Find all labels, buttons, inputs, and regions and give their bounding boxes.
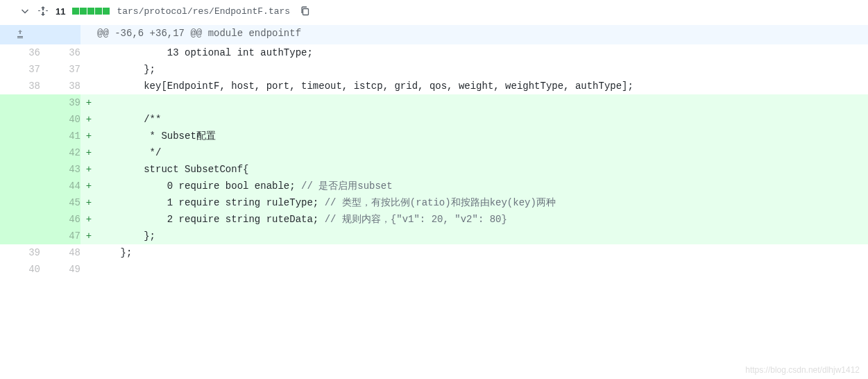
line-number-old[interactable] [0, 144, 40, 161]
line-number-old[interactable] [0, 94, 40, 111]
code-content[interactable] [97, 94, 868, 111]
copy-path-icon[interactable] [300, 6, 311, 17]
line-number-old[interactable] [0, 128, 40, 144]
line-number-old[interactable]: 38 [0, 78, 40, 94]
code-content[interactable]: 13 optional int authType; [97, 44, 868, 61]
diff-marker [80, 78, 97, 94]
diff-line-added: 42+ */ [0, 144, 868, 161]
diff-line-context: 4049 [0, 261, 868, 278]
expand-all-icon[interactable] [37, 6, 49, 17]
diff-added-block [103, 8, 110, 15]
chevron-down-icon[interactable] [19, 6, 31, 17]
line-number-new[interactable]: 42 [40, 144, 80, 161]
code-content[interactable]: }; [97, 228, 868, 244]
line-number-new[interactable]: 49 [40, 261, 80, 278]
code-comment: // 规则内容，{"v1": 20, "v2": 80} [325, 214, 507, 225]
code-content[interactable]: * Subset配置 [97, 128, 868, 144]
diff-marker: + [80, 161, 97, 178]
code-comment: // 类型，有按比例(ratio)和按路由key(key)两种 [325, 197, 556, 208]
line-number-new[interactable]: 38 [40, 78, 80, 94]
code-content[interactable] [97, 261, 868, 278]
line-number-old[interactable] [0, 111, 40, 128]
line-number-old[interactable] [0, 211, 40, 228]
code-content[interactable]: key[EndpointF, host, port, timeout, istc… [97, 78, 868, 94]
diff-added-block [72, 8, 79, 15]
line-number-new[interactable]: 46 [40, 211, 80, 228]
hunk-header-row: @@ -36,6 +36,17 @@ module endpointf [0, 25, 868, 44]
code-content[interactable]: 0 require bool enable; // 是否启用subset [97, 178, 868, 194]
diff-line-added: 40+ /** [0, 111, 868, 128]
diff-line-context: 3737 }; [0, 61, 868, 78]
line-number-old[interactable]: 37 [0, 61, 40, 78]
code-content[interactable]: struct SubsetConf{ [97, 161, 868, 178]
code-content[interactable]: 1 require string ruleType; // 类型，有按比例(ra… [97, 194, 868, 211]
diff-marker: + [80, 178, 97, 194]
diff-marker [80, 25, 97, 44]
diff-stat-blocks [72, 8, 110, 15]
file-header: 11 tars/protocol/res/EndpointF.tars [0, 0, 868, 25]
diff-line-context: 3838 key[EndpointF, host, port, timeout,… [0, 78, 868, 94]
line-number-old[interactable] [0, 178, 40, 194]
svg-rect-0 [303, 9, 309, 15]
expand-up-icon[interactable] [0, 25, 40, 44]
line-number-new[interactable]: 39 [40, 94, 80, 111]
file-path[interactable]: tars/protocol/res/EndpointF.tars [117, 6, 290, 17]
diff-table: @@ -36,6 +36,17 @@ module endpointf3636 … [0, 25, 868, 278]
diff-marker [80, 44, 97, 61]
line-number-old[interactable] [0, 194, 40, 211]
line-number-new[interactable]: 45 [40, 194, 80, 211]
diff-marker [80, 61, 97, 78]
diff-marker: + [80, 228, 97, 244]
diff-marker: + [80, 211, 97, 228]
code-content[interactable]: }; [97, 61, 868, 78]
changed-lines-count: 11 [56, 6, 65, 17]
code-content[interactable]: 2 require string ruteData; // 规则内容，{"v1"… [97, 211, 868, 228]
hunk-header-text: @@ -36,6 +36,17 @@ module endpointf [97, 25, 868, 44]
diff-added-block [95, 8, 102, 15]
line-number-new[interactable]: 36 [40, 44, 80, 61]
diff-marker: + [80, 144, 97, 161]
line-number-old[interactable]: 39 [0, 244, 40, 261]
diff-added-block [80, 8, 87, 15]
line-number-new[interactable]: 47 [40, 228, 80, 244]
line-number-new[interactable]: 44 [40, 178, 80, 194]
diff-line-added: 39+ [0, 94, 868, 111]
diff-marker: + [80, 94, 97, 111]
code-content[interactable]: }; [97, 244, 868, 261]
diff-marker: + [80, 111, 97, 128]
line-number-old[interactable]: 36 [0, 44, 40, 61]
line-number-new[interactable]: 43 [40, 161, 80, 178]
diff-line-added: 41+ * Subset配置 [0, 128, 868, 144]
diff-line-added: 47+ }; [0, 228, 868, 244]
diff-marker [80, 261, 97, 278]
code-comment: // 是否启用subset [301, 180, 393, 192]
diff-line-added: 45+ 1 require string ruleType; // 类型，有按比… [0, 194, 868, 211]
diff-line-context: 3948 }; [0, 244, 868, 261]
diff-line-added: 44+ 0 require bool enable; // 是否启用subset [0, 178, 868, 194]
line-number-new[interactable]: 37 [40, 61, 80, 78]
diff-line-added: 43+ struct SubsetConf{ [0, 161, 868, 178]
code-content[interactable]: /** [97, 111, 868, 128]
line-number-new[interactable]: 40 [40, 111, 80, 128]
line-number-old[interactable] [0, 161, 40, 178]
line-number-new[interactable]: 48 [40, 244, 80, 261]
line-number-old[interactable]: 40 [0, 261, 40, 278]
code-content[interactable]: */ [97, 144, 868, 161]
diff-marker: + [80, 128, 97, 144]
diff-added-block [87, 8, 94, 15]
diff-marker [80, 244, 97, 261]
line-number-new [40, 25, 80, 44]
diff-line-context: 3636 13 optional int authType; [0, 44, 868, 61]
line-number-new[interactable]: 41 [40, 128, 80, 144]
line-number-old[interactable] [0, 228, 40, 244]
diff-marker: + [80, 194, 97, 211]
diff-line-added: 46+ 2 require string ruteData; // 规则内容，{… [0, 211, 868, 228]
